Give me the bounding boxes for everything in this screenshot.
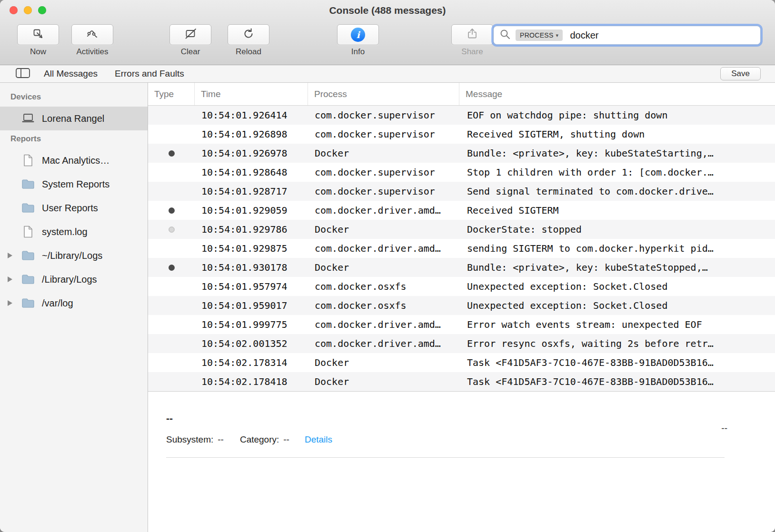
sidebar-item-var-log[interactable]: /var/log	[0, 291, 148, 315]
disclosure-triangle-icon[interactable]	[8, 253, 12, 258]
table-row[interactable]: 10:54:01.957974com.docker.osxfsUnexpecte…	[148, 277, 775, 296]
sidebar-item-library-logs[interactable]: ~/Library/Logs	[0, 244, 148, 267]
folder-icon	[21, 203, 35, 213]
share-icon	[466, 28, 478, 42]
message-cell: Send signal terminated to com.docker.dri…	[459, 186, 775, 197]
search-input[interactable]	[569, 30, 755, 41]
table-row[interactable]: 10:54:02.178418DockerTask <F41D5AF3-7C10…	[148, 372, 775, 391]
table-row[interactable]: 10:54:02.178314DockerTask <F41D5AF3-7C10…	[148, 353, 775, 372]
time-cell: 10:54:01.930178	[195, 262, 308, 273]
category-label: Category:	[240, 434, 279, 445]
disclosure-triangle-icon[interactable]	[8, 276, 12, 282]
column-header-message[interactable]: Message	[459, 83, 775, 105]
process-cell: com.docker.supervisor	[308, 167, 459, 178]
zoom-window-button[interactable]	[38, 6, 46, 14]
log-level-dot	[169, 207, 175, 214]
message-cell: Unexpected exception: Socket.Closed	[459, 281, 775, 292]
sidebar-item-user-reports[interactable]: User Reports	[0, 196, 148, 220]
log-table-body: 10:54:01.926414com.docker.supervisorEOF …	[148, 106, 775, 392]
chevron-down-icon: ▾	[556, 32, 559, 39]
search-token-process[interactable]: PROCESS ▾	[516, 30, 563, 41]
detail-message: --	[166, 413, 775, 424]
folder-icon	[21, 274, 35, 285]
process-cell: com.docker.driver.amd…	[308, 205, 459, 216]
clear-icon	[184, 28, 197, 42]
sidebar-toggle-icon	[15, 67, 30, 81]
document-icon	[21, 154, 35, 167]
search-field[interactable]: PROCESS ▾	[493, 26, 761, 45]
detail-separator	[166, 457, 725, 458]
toolbar: Now Activities Clear Reload i Info Share	[0, 21, 775, 65]
table-row[interactable]: 10:54:01.926978DockerBundle: <private>, …	[148, 144, 775, 163]
details-link[interactable]: Details	[305, 434, 332, 445]
sidebar-item-label: /var/log	[42, 298, 73, 309]
time-cell: 10:54:01.929786	[195, 224, 308, 235]
sidebar-toggle-button[interactable]	[15, 67, 30, 81]
traffic-lights	[10, 6, 46, 14]
process-cell: com.docker.osxfs	[308, 300, 459, 311]
titlebar[interactable]: Console (488 messages)	[0, 0, 775, 21]
sidebar-item-label: System Reports	[42, 179, 109, 190]
activities-label: Activities	[76, 47, 108, 57]
time-cell: 10:54:01.957974	[195, 281, 308, 292]
reload-button[interactable]: Reload	[228, 24, 269, 57]
minimize-window-button[interactable]	[24, 6, 32, 14]
sidebar-item-system-log[interactable]: system.log	[0, 220, 148, 244]
filter-bar: All Messages Errors and Faults Save	[0, 65, 775, 83]
clear-button[interactable]: Clear	[169, 24, 211, 57]
table-row[interactable]: 10:54:01.929059com.docker.driver.amd…Rec…	[148, 201, 775, 220]
sidebar-item-label: User Reports	[42, 203, 98, 214]
table-row[interactable]: 10:54:01.929875com.docker.driver.amd…sen…	[148, 239, 775, 258]
column-header-time[interactable]: Time	[195, 83, 308, 105]
process-cell: com.docker.driver.amd…	[308, 338, 459, 349]
sidebar-item-label: Mac Analytics…	[42, 155, 109, 166]
laptop-icon	[21, 113, 35, 124]
sidebar-item-label: /Library/Logs	[42, 274, 97, 285]
message-cell: Unexpected exception: Socket.Closed	[459, 300, 775, 311]
time-cell: 10:54:01.928717	[195, 186, 308, 197]
sidebar-item-mac-analytics[interactable]: Mac Analytics…	[0, 148, 148, 172]
table-row[interactable]: 10:54:01.929786DockerDockerState: stoppe…	[148, 220, 775, 239]
type-cell	[148, 150, 195, 157]
message-cell: Bundle: <private>, key: kubeStateStartin…	[459, 148, 775, 159]
search-icon	[499, 29, 511, 42]
time-cell: 10:54:02.178314	[195, 357, 308, 368]
type-cell	[148, 265, 195, 271]
now-button[interactable]: Now	[17, 24, 59, 57]
window-chrome: Console (488 messages) Now Activities Cl…	[0, 0, 775, 65]
disclosure-triangle-icon[interactable]	[8, 300, 12, 306]
now-icon	[32, 28, 44, 42]
tab-all-messages[interactable]: All Messages	[44, 69, 98, 79]
sidebar-item-lorena-rangel[interactable]: Lorena Rangel	[0, 107, 148, 130]
category-value: --	[283, 434, 289, 445]
tab-errors-and-faults[interactable]: Errors and Faults	[115, 69, 184, 79]
table-row[interactable]: 10:54:02.001352com.docker.driver.amd…Err…	[148, 334, 775, 353]
table-row[interactable]: 10:54:01.928648com.docker.supervisorStop…	[148, 163, 775, 182]
log-level-dot	[169, 150, 175, 157]
info-button[interactable]: i Info	[337, 24, 379, 57]
subsystem-label: Subsystem:	[166, 434, 213, 445]
table-row[interactable]: 10:54:01.928717com.docker.supervisorSend…	[148, 182, 775, 201]
time-cell: 10:54:01.926898	[195, 128, 308, 140]
share-button[interactable]: Share	[451, 24, 493, 57]
close-window-button[interactable]	[10, 6, 18, 14]
sidebar-item-system-reports[interactable]: System Reports	[0, 172, 148, 196]
process-cell: com.docker.driver.amd…	[308, 319, 459, 330]
activities-button[interactable]: Activities	[71, 24, 113, 57]
reload-label: Reload	[236, 47, 261, 57]
table-row[interactable]: 10:54:01.926414com.docker.supervisorEOF …	[148, 106, 775, 125]
column-header-type[interactable]: Type	[148, 83, 195, 105]
table-row[interactable]: 10:54:01.930178DockerBundle: <private>, …	[148, 258, 775, 277]
process-cell: com.docker.supervisor	[308, 186, 459, 197]
table-row[interactable]: 10:54:01.959017com.docker.osxfsUnexpecte…	[148, 296, 775, 315]
column-header-process[interactable]: Process	[308, 83, 459, 105]
sidebar-section-header: Reports	[0, 130, 148, 148]
sidebar-item-library-logs[interactable]: /Library/Logs	[0, 267, 148, 291]
process-cell: Docker	[308, 376, 459, 387]
content: DevicesLorena RangelReportsMac Analytics…	[0, 83, 775, 532]
table-row[interactable]: 10:54:01.926898com.docker.supervisorRece…	[148, 125, 775, 144]
table-row[interactable]: 10:54:01.999775com.docker.driver.amd…Err…	[148, 315, 775, 334]
type-cell	[148, 227, 195, 233]
save-button[interactable]: Save	[720, 67, 761, 80]
sidebar: DevicesLorena RangelReportsMac Analytics…	[0, 83, 148, 532]
